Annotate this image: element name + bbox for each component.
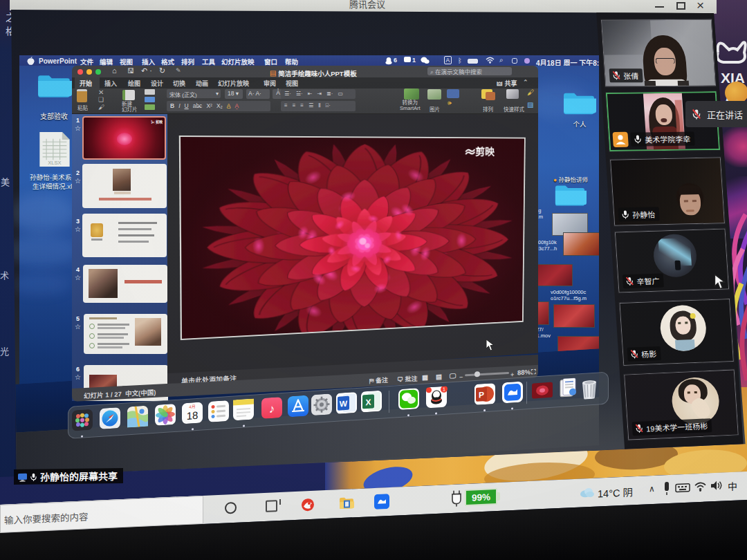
svg-text:XLSX: XLSX (48, 160, 61, 166)
svg-text:1: 1 (443, 386, 445, 391)
svg-text:W: W (340, 399, 348, 409)
svg-text:X: X (365, 398, 371, 408)
svg-text:18: 18 (187, 409, 199, 422)
svg-text:♪: ♪ (269, 402, 275, 416)
svg-text:P: P (479, 390, 484, 400)
